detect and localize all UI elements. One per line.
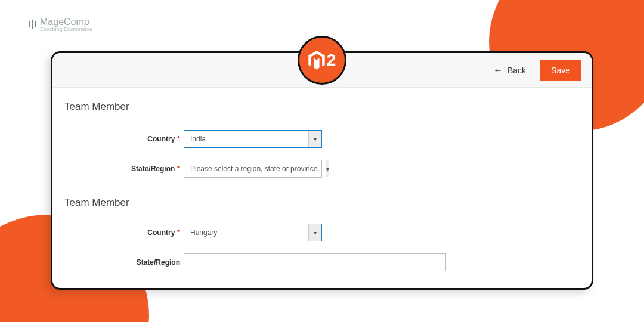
country-value-1: India bbox=[184, 135, 308, 143]
back-button[interactable]: ← Back bbox=[487, 60, 532, 80]
chevron-down-icon: ▾ bbox=[326, 160, 329, 177]
back-label: Back bbox=[507, 66, 526, 75]
state-value-1: Please select a region, state or provinc… bbox=[184, 165, 326, 173]
country-label-1: Country* bbox=[64, 135, 184, 143]
chevron-down-icon: ▾ bbox=[308, 131, 321, 147]
save-button[interactable]: Save bbox=[540, 60, 581, 81]
state-select-1[interactable]: Please select a region, state or provinc… bbox=[184, 160, 322, 178]
arrow-left-icon: ← bbox=[493, 65, 503, 76]
save-label: Save bbox=[551, 66, 570, 75]
section-title-2: Team Member bbox=[52, 184, 592, 215]
magento-icon bbox=[308, 51, 325, 70]
magento-2-badge: 2 bbox=[298, 36, 346, 85]
state-label-1: State/Region* bbox=[64, 165, 184, 173]
state-input-2[interactable] bbox=[184, 253, 446, 271]
brand-logo: MageComp Enriching Ecommerce bbox=[29, 17, 92, 32]
admin-panel: ← Back Save Team Member Country* India ▾… bbox=[51, 51, 593, 290]
country-select-1[interactable]: India ▾ bbox=[184, 130, 322, 148]
section-title-1: Team Member bbox=[52, 88, 592, 119]
badge-label: 2 bbox=[327, 51, 336, 70]
country-value-2: Hungary bbox=[184, 228, 308, 237]
logo-bars-icon bbox=[29, 20, 36, 29]
chevron-down-icon: ▾ bbox=[308, 224, 321, 241]
brand-tagline: Enriching Ecommerce bbox=[40, 26, 92, 32]
country-label-2: Country* bbox=[64, 228, 184, 237]
country-select-2[interactable]: Hungary ▾ bbox=[184, 224, 322, 242]
state-label-2: State/Region bbox=[64, 258, 184, 267]
